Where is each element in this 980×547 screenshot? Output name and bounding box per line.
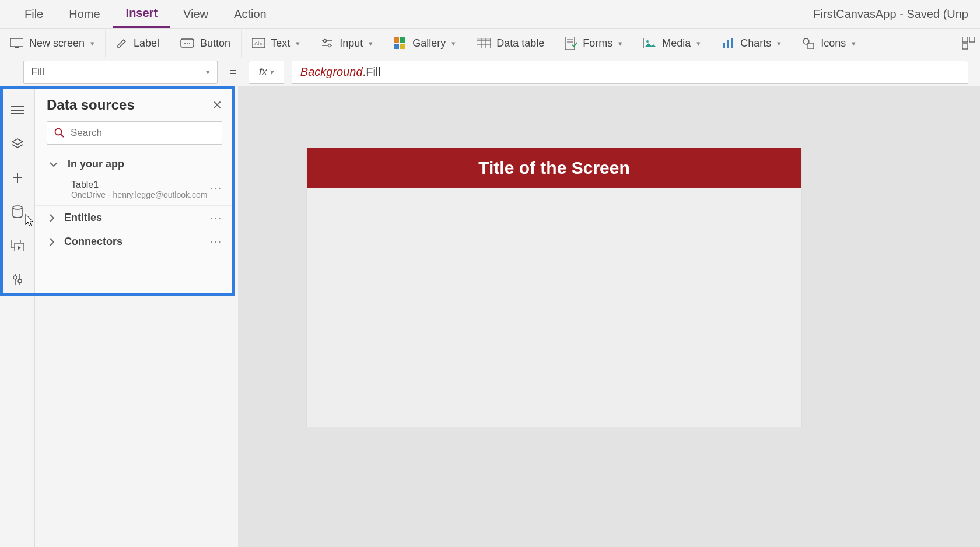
insert-pane-button[interactable] — [0, 161, 35, 195]
close-icon[interactable]: ✕ — [212, 98, 222, 112]
button-button[interactable]: Button — [170, 28, 242, 58]
equals-sign: = — [226, 65, 240, 80]
data-sources-button[interactable] — [0, 195, 35, 229]
input-label: Input — [340, 37, 363, 50]
formula-input[interactable]: Background.Fill — [292, 61, 968, 84]
screen-preview[interactable]: Title of the Screen — [307, 148, 802, 427]
svg-rect-31 — [808, 43, 814, 49]
screen-title-label: Title of the Screen — [478, 158, 630, 178]
formula-token-object: Background — [300, 65, 363, 79]
charts-label: Charts — [740, 37, 771, 50]
svg-rect-0 — [10, 38, 23, 47]
canvas-area: Title of the Screen — [238, 86, 980, 547]
menu-home[interactable]: Home — [56, 0, 113, 28]
chevron-down-icon: ▾ — [206, 68, 210, 76]
hamburger-button[interactable] — [0, 93, 35, 127]
new-screen-button[interactable]: New screen ▾ — [0, 28, 106, 58]
gallery-button[interactable]: Gallery ▾ — [383, 28, 466, 58]
data-table-label: Data table — [496, 37, 544, 50]
menu-view[interactable]: View — [170, 0, 221, 28]
button-icon — [180, 38, 194, 48]
media-button[interactable]: Media ▾ — [633, 28, 711, 58]
more-icon[interactable]: ··· — [210, 236, 222, 248]
bar-chart-icon — [722, 38, 734, 48]
svg-point-4 — [187, 43, 188, 44]
svg-text:Abc: Abc — [254, 41, 264, 47]
svg-point-26 — [646, 40, 649, 43]
forms-icon — [565, 37, 577, 50]
shapes-icon — [802, 37, 815, 49]
table-icon — [477, 38, 491, 48]
search-input[interactable] — [71, 127, 215, 139]
forms-button[interactable]: Forms ▾ — [555, 28, 633, 58]
more-icon[interactable]: ··· — [210, 212, 222, 224]
new-screen-label: New screen — [29, 37, 85, 50]
svg-rect-13 — [400, 37, 405, 43]
icons-button[interactable]: Icons ▾ — [792, 28, 866, 58]
section-entities[interactable]: Entities ··· — [35, 205, 234, 230]
insert-ribbon: New screen ▾ Label Button Abc Text ▾ Inp… — [0, 28, 980, 58]
addins-button[interactable] — [952, 28, 980, 58]
svg-rect-27 — [723, 43, 725, 48]
gallery-icon — [394, 37, 407, 49]
data-table-button[interactable]: Data table — [466, 28, 555, 58]
data-source-item-table1[interactable]: Table1 OneDrive - henry.legge@outlook.co… — [35, 176, 234, 205]
chevron-down-icon: ▾ — [618, 39, 622, 48]
chevron-down-icon: ▾ — [369, 39, 373, 48]
chevron-down-icon: ▾ — [696, 39, 701, 48]
data-sources-search[interactable] — [47, 121, 222, 145]
label-button[interactable]: Label — [106, 28, 170, 58]
screen-header[interactable]: Title of the Screen — [307, 148, 802, 188]
media-label: Media — [662, 37, 691, 50]
svg-point-47 — [55, 129, 62, 135]
section-connectors[interactable]: Connectors ··· — [35, 230, 234, 254]
menu-file[interactable]: File — [12, 0, 56, 28]
svg-rect-28 — [727, 40, 729, 48]
media-pane-button[interactable] — [0, 229, 35, 262]
label-label: Label — [134, 37, 159, 50]
tree-view-button[interactable] — [0, 127, 35, 161]
svg-rect-15 — [400, 44, 405, 49]
chevron-right-icon — [49, 237, 55, 247]
chevron-down-icon: ▾ — [296, 39, 300, 48]
grid-plus-icon — [963, 37, 975, 50]
svg-rect-21 — [477, 38, 491, 41]
text-icon: Abc — [252, 38, 265, 48]
section-label: Entities — [64, 212, 102, 224]
section-label: In your app — [68, 158, 124, 170]
svg-point-44 — [13, 276, 17, 279]
svg-point-40 — [13, 206, 22, 209]
layers-icon — [11, 138, 24, 150]
svg-rect-32 — [963, 37, 968, 42]
svg-rect-33 — [970, 37, 975, 42]
fx-button[interactable]: fx ▾ — [249, 61, 284, 84]
charts-button[interactable]: Charts ▾ — [711, 28, 792, 58]
media-pane-icon — [11, 240, 24, 251]
chevron-down-icon: ▾ — [90, 39, 94, 48]
svg-point-9 — [324, 40, 327, 43]
hamburger-icon — [11, 106, 24, 115]
chevron-down-icon: ▾ — [452, 39, 456, 48]
section-in-your-app[interactable]: In your app — [35, 152, 234, 176]
input-button[interactable]: Input ▾ — [310, 28, 383, 58]
search-icon — [54, 128, 65, 138]
svg-point-5 — [189, 43, 190, 44]
edit-icon — [116, 37, 128, 49]
left-nav-rail — [0, 86, 35, 547]
section-label: Connectors — [64, 236, 123, 248]
menu-insert[interactable]: Insert — [113, 0, 170, 28]
property-selector[interactable]: Fill ▾ — [23, 61, 218, 84]
svg-point-46 — [18, 279, 22, 283]
text-button[interactable]: Abc Text ▾ — [242, 28, 310, 58]
more-icon[interactable]: ··· — [210, 182, 222, 194]
menu-bar: File Home Insert View Action FirstCanvas… — [0, 0, 980, 28]
image-icon — [643, 38, 656, 48]
menu-action[interactable]: Action — [221, 0, 279, 28]
advanced-tools-button[interactable] — [0, 262, 35, 296]
svg-rect-14 — [394, 44, 399, 49]
chevron-down-icon: ▾ — [852, 39, 856, 48]
data-source-subtitle: OneDrive - henry.legge@outlook.com — [71, 190, 222, 199]
data-sources-title: Data sources — [47, 97, 135, 113]
button-label: Button — [200, 37, 230, 50]
formula-bar: Fill ▾ = fx ▾ Background.Fill — [0, 58, 980, 86]
